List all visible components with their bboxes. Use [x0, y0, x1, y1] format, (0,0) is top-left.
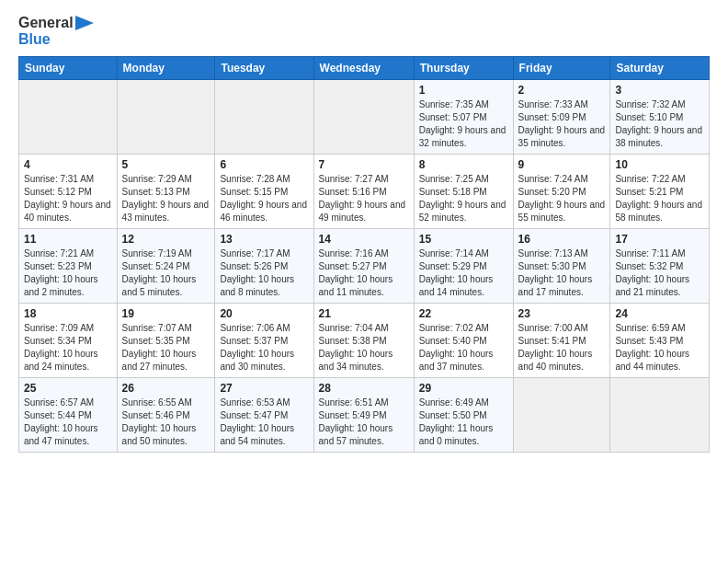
day-number: 1 — [419, 84, 508, 97]
calendar-table: SundayMondayTuesdayWednesdayThursdayFrid… — [18, 56, 710, 453]
header-cell-wednesday: Wednesday — [313, 57, 414, 80]
week-row-5: 25Sunrise: 6:57 AM Sunset: 5:44 PM Dayli… — [19, 378, 710, 453]
day-cell: 11Sunrise: 7:21 AM Sunset: 5:23 PM Dayli… — [19, 229, 118, 304]
day-info: Sunrise: 7:02 AM Sunset: 5:40 PM Dayligh… — [419, 322, 508, 373]
day-cell: 9Sunrise: 7:24 AM Sunset: 5:20 PM Daylig… — [513, 155, 610, 229]
day-cell — [117, 80, 215, 155]
header-cell-thursday: Thursday — [414, 57, 513, 80]
day-info: Sunrise: 6:49 AM Sunset: 5:50 PM Dayligh… — [419, 396, 508, 448]
day-cell: 1Sunrise: 7:35 AM Sunset: 5:07 PM Daylig… — [414, 80, 513, 155]
day-cell: 15Sunrise: 7:14 AM Sunset: 5:29 PM Dayli… — [414, 229, 513, 304]
day-info: Sunrise: 7:14 AM Sunset: 5:29 PM Dayligh… — [419, 247, 508, 299]
day-number: 26 — [122, 382, 210, 395]
day-number: 20 — [220, 307, 308, 320]
day-number: 22 — [419, 307, 508, 320]
day-info: Sunrise: 6:57 AM Sunset: 5:44 PM Dayligh… — [24, 396, 112, 448]
day-info: Sunrise: 7:16 AM Sunset: 5:27 PM Dayligh… — [319, 247, 409, 299]
logo-flag-icon — [75, 16, 94, 30]
header-cell-friday: Friday — [513, 57, 610, 80]
day-cell — [19, 80, 118, 155]
day-number: 7 — [319, 158, 409, 171]
day-cell — [610, 378, 710, 453]
day-info: Sunrise: 6:53 AM Sunset: 5:47 PM Dayligh… — [220, 396, 308, 448]
day-cell: 13Sunrise: 7:17 AM Sunset: 5:26 PM Dayli… — [215, 229, 313, 304]
day-info: Sunrise: 6:55 AM Sunset: 5:46 PM Dayligh… — [122, 396, 210, 448]
day-cell: 2Sunrise: 7:33 AM Sunset: 5:09 PM Daylig… — [513, 80, 610, 155]
day-number: 21 — [319, 307, 409, 320]
day-info: Sunrise: 7:35 AM Sunset: 5:07 PM Dayligh… — [419, 98, 508, 150]
day-number: 2 — [518, 84, 606, 97]
day-info: Sunrise: 7:13 AM Sunset: 5:30 PM Dayligh… — [518, 247, 606, 299]
day-info: Sunrise: 7:07 AM Sunset: 5:35 PM Dayligh… — [122, 322, 210, 373]
day-number: 28 — [319, 382, 409, 395]
day-cell: 3Sunrise: 7:32 AM Sunset: 5:10 PM Daylig… — [610, 80, 710, 155]
day-number: 23 — [518, 307, 606, 320]
day-cell: 4Sunrise: 7:31 AM Sunset: 5:12 PM Daylig… — [19, 155, 118, 229]
day-number: 18 — [24, 307, 112, 320]
day-number: 9 — [518, 158, 606, 171]
day-number: 25 — [24, 382, 112, 395]
day-info: Sunrise: 7:22 AM Sunset: 5:21 PM Dayligh… — [615, 173, 704, 224]
day-info: Sunrise: 7:25 AM Sunset: 5:18 PM Dayligh… — [419, 173, 508, 224]
day-number: 6 — [220, 158, 308, 171]
week-row-4: 18Sunrise: 7:09 AM Sunset: 5:34 PM Dayli… — [19, 304, 710, 378]
day-info: Sunrise: 7:29 AM Sunset: 5:13 PM Dayligh… — [122, 173, 210, 224]
day-cell: 6Sunrise: 7:28 AM Sunset: 5:15 PM Daylig… — [215, 155, 313, 229]
header-cell-sunday: Sunday — [19, 57, 118, 80]
logo: General Blue — [18, 15, 94, 47]
day-number: 13 — [220, 233, 308, 246]
day-info: Sunrise: 6:51 AM Sunset: 5:49 PM Dayligh… — [319, 396, 409, 448]
day-cell — [313, 80, 414, 155]
day-cell: 20Sunrise: 7:06 AM Sunset: 5:37 PM Dayli… — [215, 304, 313, 378]
day-number: 11 — [24, 233, 112, 246]
day-info: Sunrise: 7:24 AM Sunset: 5:20 PM Dayligh… — [518, 173, 606, 224]
day-number: 17 — [615, 233, 704, 246]
week-row-2: 4Sunrise: 7:31 AM Sunset: 5:12 PM Daylig… — [19, 155, 710, 229]
header-cell-saturday: Saturday — [610, 57, 710, 80]
day-number: 24 — [615, 307, 704, 320]
svg-marker-0 — [75, 16, 94, 30]
day-cell — [215, 80, 313, 155]
page: General Blue SundayMondayTuesdayWednesda… — [0, 0, 728, 467]
header-cell-tuesday: Tuesday — [215, 57, 313, 80]
day-cell: 12Sunrise: 7:19 AM Sunset: 5:24 PM Dayli… — [117, 229, 215, 304]
day-info: Sunrise: 7:00 AM Sunset: 5:41 PM Dayligh… — [518, 322, 606, 373]
day-number: 14 — [319, 233, 409, 246]
day-cell: 5Sunrise: 7:29 AM Sunset: 5:13 PM Daylig… — [117, 155, 215, 229]
day-cell: 14Sunrise: 7:16 AM Sunset: 5:27 PM Dayli… — [313, 229, 414, 304]
header: General Blue — [18, 15, 710, 47]
day-info: Sunrise: 7:31 AM Sunset: 5:12 PM Dayligh… — [24, 173, 112, 224]
day-info: Sunrise: 7:21 AM Sunset: 5:23 PM Dayligh… — [24, 247, 112, 299]
day-number: 4 — [24, 158, 112, 171]
day-cell: 25Sunrise: 6:57 AM Sunset: 5:44 PM Dayli… — [19, 378, 118, 453]
day-cell: 24Sunrise: 6:59 AM Sunset: 5:43 PM Dayli… — [610, 304, 710, 378]
day-cell: 21Sunrise: 7:04 AM Sunset: 5:38 PM Dayli… — [313, 304, 414, 378]
day-info: Sunrise: 6:59 AM Sunset: 5:43 PM Dayligh… — [615, 322, 704, 373]
day-number: 10 — [615, 158, 704, 171]
day-cell: 16Sunrise: 7:13 AM Sunset: 5:30 PM Dayli… — [513, 229, 610, 304]
logo-text-blue: Blue — [18, 31, 51, 48]
day-number: 12 — [122, 233, 210, 246]
day-cell: 27Sunrise: 6:53 AM Sunset: 5:47 PM Dayli… — [215, 378, 313, 453]
day-number: 8 — [419, 158, 508, 171]
logo-container: General Blue — [18, 15, 94, 47]
day-cell: 19Sunrise: 7:07 AM Sunset: 5:35 PM Dayli… — [117, 304, 215, 378]
day-info: Sunrise: 7:11 AM Sunset: 5:32 PM Dayligh… — [615, 247, 704, 299]
logo-text-general: General — [18, 15, 74, 31]
day-cell: 29Sunrise: 6:49 AM Sunset: 5:50 PM Dayli… — [414, 378, 513, 453]
day-info: Sunrise: 7:27 AM Sunset: 5:16 PM Dayligh… — [319, 173, 409, 224]
day-cell: 22Sunrise: 7:02 AM Sunset: 5:40 PM Dayli… — [414, 304, 513, 378]
day-cell: 23Sunrise: 7:00 AM Sunset: 5:41 PM Dayli… — [513, 304, 610, 378]
day-info: Sunrise: 7:32 AM Sunset: 5:10 PM Dayligh… — [615, 98, 704, 150]
day-number: 27 — [220, 382, 308, 395]
day-number: 19 — [122, 307, 210, 320]
day-info: Sunrise: 7:28 AM Sunset: 5:15 PM Dayligh… — [220, 173, 308, 224]
week-row-1: 1Sunrise: 7:35 AM Sunset: 5:07 PM Daylig… — [19, 80, 710, 155]
day-cell: 28Sunrise: 6:51 AM Sunset: 5:49 PM Dayli… — [313, 378, 414, 453]
day-cell: 8Sunrise: 7:25 AM Sunset: 5:18 PM Daylig… — [414, 155, 513, 229]
day-number: 5 — [122, 158, 210, 171]
day-cell: 10Sunrise: 7:22 AM Sunset: 5:21 PM Dayli… — [610, 155, 710, 229]
day-info: Sunrise: 7:19 AM Sunset: 5:24 PM Dayligh… — [122, 247, 210, 299]
day-number: 29 — [419, 382, 508, 395]
day-info: Sunrise: 7:17 AM Sunset: 5:26 PM Dayligh… — [220, 247, 308, 299]
